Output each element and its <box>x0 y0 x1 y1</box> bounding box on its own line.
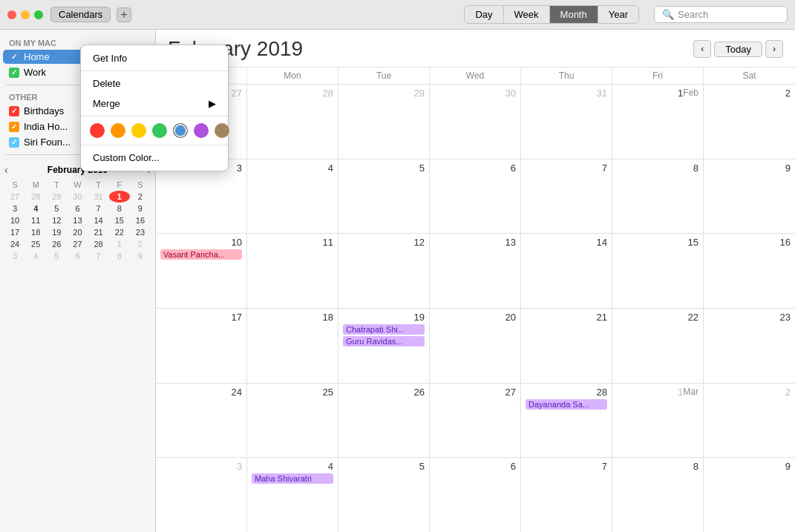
cal-cell[interactable]: 6 <box>430 458 521 532</box>
mini-cal-day[interactable]: 5 <box>46 250 67 262</box>
calendar-event[interactable]: Chatrapati Shi... <box>343 324 425 335</box>
cal-cell[interactable]: 10Vasant Pancha... <box>156 234 247 308</box>
cal-cell[interactable]: 6 <box>430 160 521 234</box>
mini-cal-day[interactable]: 17 <box>4 226 25 238</box>
mini-cal-day[interactable]: 2 <box>130 238 151 250</box>
cal-cell[interactable]: 11 <box>247 234 338 308</box>
mini-cal-day[interactable]: 9 <box>130 203 151 214</box>
month-view-button[interactable]: Month <box>550 6 598 23</box>
cal-cell[interactable]: 5 <box>338 160 430 234</box>
mini-cal-day[interactable]: 8 <box>109 250 130 262</box>
mini-cal-day[interactable]: 6 <box>67 203 88 214</box>
green-color-dot[interactable] <box>152 123 167 138</box>
mini-cal-day[interactable]: 13 <box>67 214 88 226</box>
cal-cell[interactable]: 17 <box>156 309 247 383</box>
mini-cal-day[interactable]: 29 <box>46 191 67 203</box>
brown-color-dot[interactable] <box>215 123 229 138</box>
mini-cal-day[interactable]: 21 <box>88 226 109 238</box>
cal-cell[interactable]: 29 <box>338 85 430 159</box>
mini-cal-day[interactable]: 28 <box>25 191 46 203</box>
mini-cal-prev[interactable]: ‹ <box>4 164 8 176</box>
mini-cal-day[interactable]: 25 <box>25 238 46 250</box>
year-view-button[interactable]: Year <box>598 6 638 23</box>
fullscreen-button[interactable] <box>34 10 43 19</box>
cal-prev-button[interactable]: ‹ <box>693 40 711 58</box>
mini-cal-day[interactable]: 4 <box>25 203 46 214</box>
mini-cal-day[interactable]: 20 <box>67 226 88 238</box>
cal-cell[interactable]: 26 <box>338 384 430 458</box>
cal-cell[interactable]: 3 <box>156 458 247 532</box>
red-color-dot[interactable] <box>90 123 105 138</box>
cal-cell[interactable]: 14 <box>521 234 612 308</box>
close-button[interactable] <box>7 10 16 19</box>
mini-cal-day[interactable]: 24 <box>4 238 25 250</box>
mini-cal-day[interactable]: 18 <box>25 226 46 238</box>
cal-cell[interactable]: 2 <box>704 85 795 159</box>
yellow-color-dot[interactable] <box>131 123 146 138</box>
mini-cal-day[interactable]: 6 <box>67 250 88 262</box>
mini-cal-day[interactable]: 4 <box>25 250 46 262</box>
ctx-delete[interactable]: Delete <box>81 73 228 93</box>
add-calendar-button[interactable]: + <box>117 7 131 22</box>
cal-cell[interactable]: 4 <box>247 160 338 234</box>
mini-cal-day[interactable]: 7 <box>88 203 109 214</box>
mini-cal-day[interactable]: 27 <box>67 238 88 250</box>
mini-cal-day[interactable]: 3 <box>4 203 25 214</box>
purple-color-dot[interactable] <box>194 123 209 138</box>
mini-cal-day[interactable]: 22 <box>109 226 130 238</box>
cal-cell[interactable]: 28 <box>247 85 338 159</box>
day-view-button[interactable]: Day <box>465 6 503 23</box>
ctx-merge[interactable]: Merge ▶ <box>81 93 228 114</box>
calendar-event[interactable]: Maha Shivaratri <box>252 473 333 484</box>
mini-cal-day[interactable]: 1 <box>109 238 130 250</box>
orange-color-dot[interactable] <box>111 123 125 138</box>
calendars-button[interactable]: Calendars <box>50 7 111 22</box>
cal-cell[interactable]: 8 <box>612 160 704 234</box>
mini-cal-day[interactable]: 5 <box>46 203 67 214</box>
mini-cal-day[interactable]: 23 <box>130 226 151 238</box>
mini-cal-day[interactable]: 31 <box>88 191 109 203</box>
mini-cal-day[interactable]: 19 <box>46 226 67 238</box>
mini-cal-day[interactable]: 11 <box>25 214 46 226</box>
mini-cal-day[interactable]: 8 <box>109 203 130 214</box>
cal-cell[interactable]: 1 Mar <box>612 384 704 458</box>
cal-cell[interactable]: 13 <box>430 234 521 308</box>
mini-cal-day[interactable]: 7 <box>88 250 109 262</box>
cal-cell[interactable]: 16 <box>704 234 795 308</box>
cal-cell[interactable]: 20 <box>430 309 521 383</box>
cal-today-button[interactable]: Today <box>714 42 762 57</box>
siri-foun-checkbox[interactable]: ✓ <box>9 137 19 148</box>
cal-cell[interactable]: 2 <box>704 384 795 458</box>
calendar-event[interactable]: Vasant Pancha... <box>160 249 242 260</box>
cal-cell[interactable]: 23 <box>704 309 795 383</box>
ctx-custom-color[interactable]: Custom Color... <box>81 148 228 168</box>
cal-cell[interactable]: 9 <box>704 160 795 234</box>
cal-cell[interactable]: 27 <box>430 384 521 458</box>
mini-cal-day[interactable]: 12 <box>46 214 67 226</box>
india-ho-checkbox[interactable] <box>9 122 19 132</box>
cal-cell[interactable]: 30 <box>430 85 521 159</box>
ctx-get-info[interactable]: Get Info <box>81 48 228 68</box>
cal-cell[interactable]: 25 <box>247 384 338 458</box>
calendar-event[interactable]: Dayananda Sa... <box>526 399 607 410</box>
mini-cal-day[interactable]: 10 <box>4 214 25 226</box>
mini-cal-day[interactable]: 3 <box>4 250 25 262</box>
cal-next-button[interactable]: › <box>765 40 783 58</box>
mini-cal-day[interactable]: 2 <box>130 191 151 203</box>
mini-cal-day[interactable]: 30 <box>67 191 88 203</box>
cal-cell[interactable]: 15 <box>612 234 704 308</box>
cal-cell[interactable]: 21 <box>521 309 612 383</box>
minimize-button[interactable] <box>21 10 30 19</box>
cal-cell[interactable]: 22 <box>612 309 704 383</box>
mini-cal-day[interactable]: 16 <box>130 214 151 226</box>
cal-cell[interactable]: 1 Feb <box>612 85 704 159</box>
cal-cell[interactable]: 12 <box>338 234 430 308</box>
mini-cal-day[interactable]: 14 <box>88 214 109 226</box>
work-checkbox[interactable] <box>9 68 19 78</box>
cal-cell[interactable]: 7 <box>521 160 612 234</box>
cal-cell[interactable]: 31 <box>521 85 612 159</box>
mini-cal-day[interactable]: 1 <box>109 191 130 203</box>
cal-cell[interactable]: 5 <box>338 458 430 532</box>
cal-cell[interactable]: 9 <box>704 458 795 532</box>
cal-cell[interactable]: 8 <box>612 458 704 532</box>
